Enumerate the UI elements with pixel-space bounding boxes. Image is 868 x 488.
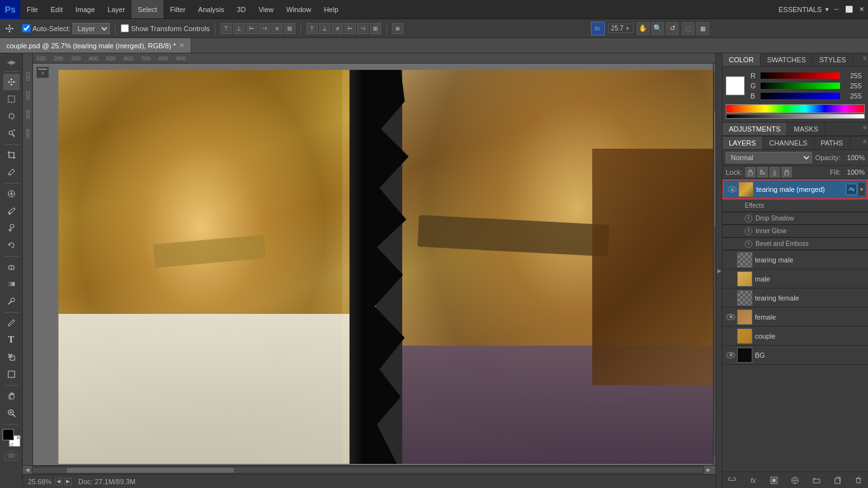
opacity-value[interactable]: 100% [843,154,865,161]
toolbar-collapse-btn[interactable]: ◀▶ [3,57,20,68]
layer-delete-btn[interactable] [852,474,865,487]
default-colors-icon[interactable]: ↺ [9,442,14,448]
paths-tab[interactable]: PATHS [815,137,850,149]
quick-mask-btn[interactable] [4,451,18,461]
channels-tab[interactable]: CHANNELS [763,137,815,149]
eyedropper-btn[interactable] [3,164,20,180]
status-prev-btn[interactable]: ◀ [55,478,62,485]
layer-eye-empty-3[interactable] [724,288,737,307]
lock-all-btn[interactable] [782,167,792,177]
align-center-icon[interactable]: ≡ [271,23,283,34]
lock-image-btn[interactable] [757,167,768,177]
layer-fx-btn-tearing-male-merged[interactable] [846,184,857,195]
quick-select-btn[interactable] [3,125,20,142]
pen-btn[interactable] [3,315,20,331]
scroll-left-btn[interactable]: ◀ [23,466,32,475]
color-spectrum-bar[interactable] [726,104,865,113]
restore-button[interactable]: ⬜ [843,0,855,19]
foreground-color-swatch[interactable] [3,429,14,440]
auto-select-checkbox[interactable] [22,24,31,32]
crop-btn[interactable] [3,147,20,163]
workspace-label[interactable]: ESSENTIALS ▼ [778,6,830,13]
shape-btn[interactable] [3,366,20,383]
float-collapse[interactable]: ✕ [41,71,45,76]
close-button[interactable]: ✕ [855,0,868,19]
gradient-btn[interactable] [3,276,20,292]
menu-layer[interactable]: Layer [101,0,132,18]
status-next-btn[interactable]: ▶ [64,478,72,485]
menu-image[interactable]: Image [69,0,102,18]
styles-tab[interactable]: STYLES [813,53,853,66]
menu-select[interactable]: Select [132,0,164,18]
rectangular-marquee-btn[interactable] [3,91,20,107]
layer-eye-empty-2[interactable] [724,269,737,288]
horizontal-scrollbar[interactable]: ◀ ▶ ▶ [23,465,722,474]
layer-expand-btn[interactable]: ▼ [858,183,865,196]
layer-group-btn[interactable] [810,474,823,487]
layer-eye-tearing-male-merged[interactable] [726,180,738,198]
more-options-icon[interactable]: ⊗ [392,23,403,34]
clone-stamp-btn[interactable] [3,220,20,236]
menu-help[interactable]: Help [318,0,345,18]
align-bottom-icon[interactable]: ⊢ [246,23,257,34]
masks-tab[interactable]: MASKS [787,123,825,135]
document-tab[interactable]: couple.psd @ 25.7% (tearing male (merged… [0,38,191,53]
distribute-1-icon[interactable]: ⊤ [306,23,318,34]
distribute-2-icon[interactable]: ⊥ [319,23,330,34]
layer-row-tearing-female[interactable]: tearing female [722,288,868,308]
align-middle-icon[interactable]: ⊥ [233,23,245,34]
path-select-btn[interactable] [3,349,20,365]
layers-panel-menu-icon[interactable]: ≡ [863,138,867,145]
layer-eye-bg[interactable] [724,346,737,364]
layer-row-bg[interactable]: BG [722,346,868,365]
eraser-btn[interactable] [3,259,20,275]
screen-mode-1[interactable]: ⬚ [682,22,695,35]
sub-effect-inner-glow[interactable]: f Inner Glow [722,225,868,238]
lock-transparency-btn[interactable] [745,167,756,177]
tab-close-button[interactable]: ✕ [179,42,184,49]
distribute-6-icon[interactable]: ⊞ [370,23,381,34]
fill-value[interactable]: 100% [843,168,865,176]
menu-filter[interactable]: Filter [163,0,191,18]
layer-fx-btn[interactable]: fx [747,474,759,487]
layer-row-tearing-male[interactable]: tearing male [722,250,868,269]
swatches-tab[interactable]: SWATCHES [761,53,813,66]
sub-effect-bevel-emboss[interactable]: f Bevel and Emboss [722,238,868,250]
screen-mode-2[interactable]: ▦ [696,22,709,35]
menu-file[interactable]: File [20,0,44,18]
blend-mode-select[interactable]: Normal Dissolve Multiply Screen Overlay [726,152,812,163]
canvas-document[interactable] [58,70,713,464]
layer-link-btn[interactable] [726,474,738,487]
scroll-right-btn[interactable]: ▶ [704,466,713,475]
distribute-5-icon[interactable]: ⊣ [357,23,369,34]
layer-row-female[interactable]: female [722,308,868,327]
pan-tool-icon[interactable]: ✋ [637,22,649,35]
layers-tab[interactable]: LAYERS [722,137,763,149]
layer-eye-female[interactable] [724,308,737,326]
zoom-tool-icon[interactable]: 🔍 [651,22,664,35]
minimize-button[interactable]: ─ [830,0,843,19]
distribute-3-icon[interactable]: ≡ [332,23,343,34]
current-color-swatch[interactable] [726,76,745,95]
bridge-icon[interactable]: Br [591,22,605,36]
layer-new-btn[interactable] [831,474,844,487]
move-tool-btn[interactable] [3,74,20,90]
distribute-4-icon[interactable]: ⊢ [344,23,356,34]
adjustments-tab[interactable]: ADJUSTMENTS [722,123,787,135]
layer-adj-btn[interactable] [789,474,801,487]
lock-position-btn[interactable] [770,167,780,177]
h-scroll-track[interactable] [33,468,703,473]
color-panel-menu-icon[interactable]: ≡ [863,55,867,62]
menu-3d[interactable]: 3D [231,0,252,18]
layer-select-dropdown[interactable]: Layer Group [72,23,110,34]
swap-colors-icon[interactable]: ⇄ [17,434,22,440]
adj-panel-menu-icon[interactable]: ≡ [863,124,867,131]
history-brush-btn[interactable] [3,237,20,254]
text-btn[interactable]: T [3,332,20,348]
float-handle[interactable] [38,69,47,70]
layer-eye-empty-4[interactable] [724,327,737,345]
rotate-icon[interactable]: ↺ [666,22,679,35]
align-right-icon[interactable]: ⊞ [284,23,295,34]
lasso-btn[interactable] [3,108,20,125]
layer-row-couple[interactable]: couple [722,327,868,346]
